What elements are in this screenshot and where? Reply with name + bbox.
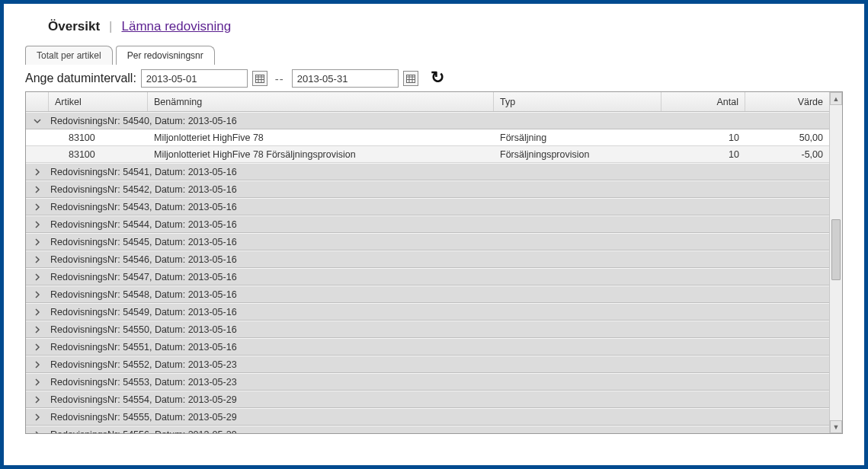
chevron-right-icon (26, 308, 49, 316)
group-row-collapsed[interactable]: RedovisningsNr: 54547, Datum: 2013-05-16 (26, 268, 829, 286)
cell-typ: Försäljningsprovision (494, 146, 661, 162)
col-header-varde[interactable]: Värde (745, 92, 829, 111)
tab-per-redovisningsnr[interactable]: Per redovisningsnr (116, 46, 215, 65)
chevron-right-icon (26, 168, 49, 176)
svg-rect-0 (255, 75, 264, 83)
table-row[interactable]: 83100 Miljonlotteriet HighFive 78 Försäl… (26, 146, 829, 163)
scroll-up-icon[interactable]: ▲ (830, 92, 842, 105)
group-label: RedovisningsNr: 54541, Datum: 2013-05-16 (49, 167, 237, 177)
group-label: RedovisningsNr: 54542, Datum: 2013-05-16 (49, 184, 237, 195)
grid-header-row: Artikel Benämning Typ Antal Värde (26, 92, 829, 112)
nav-overview-label: Översikt (48, 19, 100, 34)
tab-totalt-per-artikel[interactable]: Totalt per artikel (25, 46, 113, 65)
group-row-collapsed[interactable]: RedovisningsNr: 54548, Datum: 2013-05-16 (26, 286, 829, 303)
cell-artikel: 83100 (49, 146, 148, 162)
group-row-collapsed[interactable]: RedovisningsNr: 54555, Datum: 2013-05-29 (26, 408, 829, 426)
group-row-collapsed[interactable]: RedovisningsNr: 54545, Datum: 2013-05-16 (26, 233, 829, 250)
date-filter-row: Ange datumintervall: -- ↻ (25, 69, 843, 88)
chevron-right-icon (26, 431, 49, 434)
chevron-right-icon (26, 361, 49, 368)
chevron-right-icon (26, 203, 49, 211)
cell-antal: 10 (661, 146, 745, 162)
group-label: RedovisningsNr: 54551, Datum: 2013-05-16 (49, 342, 237, 353)
chevron-right-icon (26, 326, 49, 333)
date-filter-label: Ange datumintervall: (25, 72, 136, 85)
chevron-right-icon (26, 221, 49, 228)
group-label: RedovisningsNr: 54540, Datum: 2013-05-16 (49, 116, 237, 126)
col-header-artikel[interactable]: Artikel (49, 92, 148, 111)
cell-varde: 50,00 (745, 129, 829, 145)
group-row-collapsed[interactable]: RedovisningsNr: 54544, Datum: 2013-05-16 (26, 215, 829, 233)
date-range-separator: -- (275, 72, 284, 85)
group-row-collapsed[interactable]: RedovisningsNr: 54541, Datum: 2013-05-16 (26, 163, 829, 180)
vertical-scrollbar[interactable]: ▲ ▼ (829, 92, 842, 433)
chevron-right-icon (26, 273, 49, 281)
chevron-right-icon (26, 396, 49, 404)
scrollbar-track[interactable] (830, 105, 842, 420)
cell-varde: -5,00 (745, 146, 829, 162)
page-header-nav: Översikt | Lämna redovisning (48, 19, 843, 34)
group-row-collapsed[interactable]: RedovisningsNr: 54551, Datum: 2013-05-16 (26, 338, 829, 356)
chevron-right-icon (26, 378, 49, 386)
chevron-right-icon (26, 186, 49, 193)
data-grid: Artikel Benämning Typ Antal Värde Redovi… (25, 91, 843, 434)
tab-bar: Totalt per artikel Per redovisningsnr (25, 45, 843, 64)
col-header-expand (26, 92, 49, 111)
table-row[interactable]: 83100 Miljonlotteriet HighFive 78 Försäl… (26, 129, 829, 146)
group-label: RedovisningsNr: 54553, Datum: 2013-05-23 (49, 377, 237, 388)
group-label: RedovisningsNr: 54545, Datum: 2013-05-16 (49, 237, 237, 247)
cell-antal: 10 (661, 129, 745, 145)
col-header-benamning[interactable]: Benämning (148, 92, 494, 111)
group-label: RedovisningsNr: 54547, Datum: 2013-05-16 (49, 272, 237, 282)
group-row-collapsed[interactable]: RedovisningsNr: 54553, Datum: 2013-05-23 (26, 373, 829, 391)
scrollbar-thumb[interactable] (831, 219, 841, 280)
chevron-right-icon (26, 238, 49, 246)
calendar-to-icon[interactable] (403, 71, 418, 86)
group-label: RedovisningsNr: 54544, Datum: 2013-05-16 (49, 219, 237, 230)
group-label: RedovisningsNr: 54550, Datum: 2013-05-16 (49, 324, 237, 335)
nav-submit-link[interactable]: Lämna redovisning (121, 19, 231, 34)
svg-rect-5 (406, 75, 415, 83)
group-label: RedovisningsNr: 54555, Datum: 2013-05-29 (49, 412, 237, 423)
chevron-right-icon (26, 256, 49, 263)
date-to-input[interactable] (292, 69, 399, 88)
group-row-collapsed[interactable]: RedovisningsNr: 54556, Datum: 2013-05-29 (26, 426, 829, 433)
group-label: RedovisningsNr: 54552, Datum: 2013-05-23 (49, 359, 237, 370)
group-row-collapsed[interactable]: RedovisningsNr: 54550, Datum: 2013-05-16 (26, 321, 829, 338)
group-row-collapsed[interactable]: RedovisningsNr: 54554, Datum: 2013-05-29 (26, 391, 829, 408)
group-label: RedovisningsNr: 54554, Datum: 2013-05-29 (49, 394, 237, 405)
group-row-collapsed[interactable]: RedovisningsNr: 54542, Datum: 2013-05-16 (26, 180, 829, 198)
refresh-icon[interactable]: ↻ (431, 68, 444, 88)
col-header-antal[interactable]: Antal (661, 92, 745, 111)
chevron-down-icon (26, 117, 49, 125)
group-label: RedovisningsNr: 54543, Datum: 2013-05-16 (49, 202, 237, 212)
group-label: RedovisningsNr: 54556, Datum: 2013-05-29 (49, 429, 237, 434)
date-from-input[interactable] (141, 69, 248, 88)
group-row-collapsed[interactable]: RedovisningsNr: 54543, Datum: 2013-05-16 (26, 198, 829, 215)
group-label: RedovisningsNr: 54546, Datum: 2013-05-16 (49, 254, 237, 265)
scroll-down-icon[interactable]: ▼ (830, 420, 842, 433)
chevron-right-icon (26, 343, 49, 351)
chevron-right-icon (26, 413, 49, 421)
calendar-from-icon[interactable] (252, 71, 267, 86)
group-row-collapsed[interactable]: RedovisningsNr: 54546, Datum: 2013-05-16 (26, 250, 829, 268)
col-header-typ[interactable]: Typ (494, 92, 661, 111)
cell-benamning: Miljonlotteriet HighFive 78 (148, 129, 494, 145)
cell-benamning: Miljonlotteriet HighFive 78 Försäljnings… (148, 146, 494, 162)
group-row-collapsed[interactable]: RedovisningsNr: 54552, Datum: 2013-05-23 (26, 356, 829, 373)
nav-separator: | (109, 19, 112, 34)
group-label: RedovisningsNr: 54549, Datum: 2013-05-16 (49, 307, 237, 317)
cell-typ: Försäljning (494, 129, 661, 145)
group-row-collapsed[interactable]: RedovisningsNr: 54549, Datum: 2013-05-16 (26, 303, 829, 321)
group-label: RedovisningsNr: 54548, Datum: 2013-05-16 (49, 289, 237, 300)
cell-artikel: 83100 (49, 129, 148, 145)
chevron-right-icon (26, 291, 49, 298)
group-row-expanded[interactable]: RedovisningsNr: 54540, Datum: 2013-05-16 (26, 112, 829, 129)
